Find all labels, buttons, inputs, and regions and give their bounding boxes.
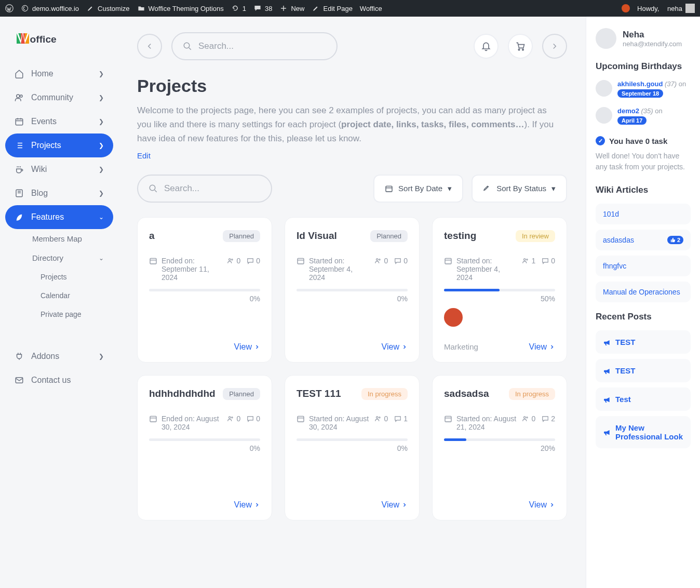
search-input[interactable] (198, 41, 326, 51)
wiki-title: asdasdas (603, 236, 634, 244)
filter-row: Sort By Date ▾ Sort By Status ▾ (137, 175, 567, 203)
projects-search[interactable] (137, 175, 272, 203)
chevron-right-icon (549, 344, 555, 350)
wiki-article-link[interactable]: asdasdas2 (596, 230, 691, 250)
comments-link[interactable]: 38 (253, 4, 272, 12)
project-card[interactable]: testing In review Started on: September … (432, 217, 567, 363)
progress-bar (297, 289, 408, 291)
edit-page-link[interactable]: Edit Page (312, 4, 352, 12)
view-project-link[interactable]: View (234, 342, 260, 352)
status-badge: In progress (361, 388, 408, 400)
left-sidebar: W W W office Home ❯ Community ❯ Events ❯ (0, 17, 118, 588)
notifications-button[interactable] (474, 34, 499, 59)
sub-private-page[interactable]: Private page (5, 305, 113, 324)
project-title: TEST 111 (297, 388, 341, 399)
users-icon (374, 257, 382, 264)
woffice-logo[interactable]: W W W office (5, 26, 113, 62)
member-avatars (444, 308, 555, 327)
global-search[interactable] (171, 32, 338, 60)
forward-button[interactable] (542, 34, 567, 59)
sub-directory[interactable]: Directory⌄ (5, 248, 113, 268)
recent-post-link[interactable]: TEST (596, 330, 691, 354)
new-link[interactable]: New (279, 4, 304, 12)
updates-link[interactable]: 1 (231, 4, 246, 12)
recent-post-link[interactable]: Test (596, 387, 691, 411)
customize-link[interactable]: Customize (86, 4, 129, 12)
cart-icon (515, 41, 526, 51)
chevron-right-icon: ❯ (99, 118, 104, 125)
view-project-link[interactable]: View (382, 500, 408, 510)
users-icon (227, 257, 234, 264)
chevron-right-icon (401, 344, 408, 350)
nav-projects[interactable]: Projects ❯ (5, 133, 113, 157)
theming-link[interactable]: Woffice Theming Options (137, 4, 224, 12)
post-title: TEST (615, 366, 635, 375)
back-button[interactable] (137, 34, 162, 59)
search-icon (183, 42, 192, 51)
birthday-item[interactable]: demo2 (35) onApril 17 (596, 107, 691, 125)
avatar[interactable] (444, 308, 463, 327)
wiki-title: fhngfvc (603, 262, 626, 270)
comment-icon (253, 4, 262, 12)
project-card[interactable]: TEST 111 In progress Started on: August … (285, 375, 420, 520)
sub-members-map[interactable]: Members Map (5, 229, 113, 248)
view-project-link[interactable]: View (234, 500, 260, 510)
users-icon (522, 257, 529, 264)
nav-community[interactable]: Community ❯ (5, 86, 113, 110)
projects-search-input[interactable] (164, 183, 261, 194)
sub-projects[interactable]: Projects (5, 268, 113, 286)
progress-bar (444, 438, 555, 441)
svg-rect-19 (386, 186, 392, 192)
comment-icon (247, 257, 254, 264)
chevron-right-icon: ❯ (99, 353, 104, 360)
project-card[interactable]: Id Visual Planned Started on: September … (285, 217, 420, 363)
project-card[interactable]: sadsadsa In progress Started on: August … (432, 375, 567, 520)
nav-wiki[interactable]: Wiki ❯ (5, 157, 113, 181)
edit-page-link[interactable]: Edit (137, 151, 151, 160)
posts-title: Recent Posts (596, 312, 691, 322)
wp-logo[interactable] (5, 4, 14, 12)
current-user[interactable]: Neha neha@xtendify.com (596, 28, 691, 49)
cart-button[interactable] (508, 34, 533, 59)
birthday-item[interactable]: akhilesh.goud (37) onSeptember 18 (596, 80, 691, 98)
coffee-icon (15, 165, 24, 174)
view-project-link[interactable]: View (529, 500, 555, 510)
members-count: 1 (522, 257, 535, 265)
nav-features[interactable]: Features ⌄ (5, 205, 113, 229)
app-name-link[interactable]: Woffice (360, 5, 382, 12)
nav-home[interactable]: Home ❯ (5, 62, 113, 86)
nav-label: Community (31, 93, 73, 102)
progress-bar (297, 438, 408, 441)
view-project-link[interactable]: View (529, 342, 555, 352)
nav-blog[interactable]: Blog ❯ (5, 181, 113, 205)
chevron-right-icon (401, 502, 408, 508)
sort-by-date-button[interactable]: Sort By Date ▾ (373, 175, 463, 203)
like-count: 2 (667, 236, 683, 244)
page-description: Welcome to the projects page, here you c… (137, 103, 563, 146)
nav-addons[interactable]: Addons ❯ (5, 344, 113, 368)
view-project-link[interactable]: View (382, 342, 408, 352)
recent-post-link[interactable]: TEST (596, 359, 691, 382)
nav-events[interactable]: Events ❯ (5, 110, 113, 133)
status-badge: Planned (370, 230, 408, 242)
svg-point-16 (518, 49, 520, 50)
site-name-link[interactable]: demo.woffice.io (21, 4, 79, 12)
chevron-right-icon: ❯ (99, 94, 104, 101)
sort-by-status-button[interactable]: Sort By Status ▾ (472, 175, 567, 203)
project-title: testing (444, 230, 476, 242)
post-title: TEST (615, 338, 635, 346)
sub-calendar[interactable]: Calendar (5, 286, 113, 305)
wiki-article-link[interactable]: Manual de Operaciones (596, 282, 691, 302)
notification-dot-icon[interactable] (622, 4, 630, 12)
project-card[interactable]: hdhhdhdhdhd Planned Ended on: August 30,… (137, 375, 272, 520)
plus-icon (279, 4, 288, 12)
nav-contact[interactable]: Contact us (5, 368, 113, 392)
leaf-icon (15, 212, 24, 222)
wiki-article-link[interactable]: fhngfvc (596, 256, 691, 276)
wiki-article-link[interactable]: 101d (596, 204, 691, 224)
howdy-link[interactable]: Howdy, neha (637, 4, 695, 13)
birthday-name: akhilesh.goud (617, 80, 663, 88)
wiki-title: Wiki Articles (596, 185, 691, 195)
project-card[interactable]: a Planned Ended on: September 11, 2024 0… (137, 217, 272, 363)
recent-post-link[interactable]: My New Professional Look (596, 416, 691, 448)
